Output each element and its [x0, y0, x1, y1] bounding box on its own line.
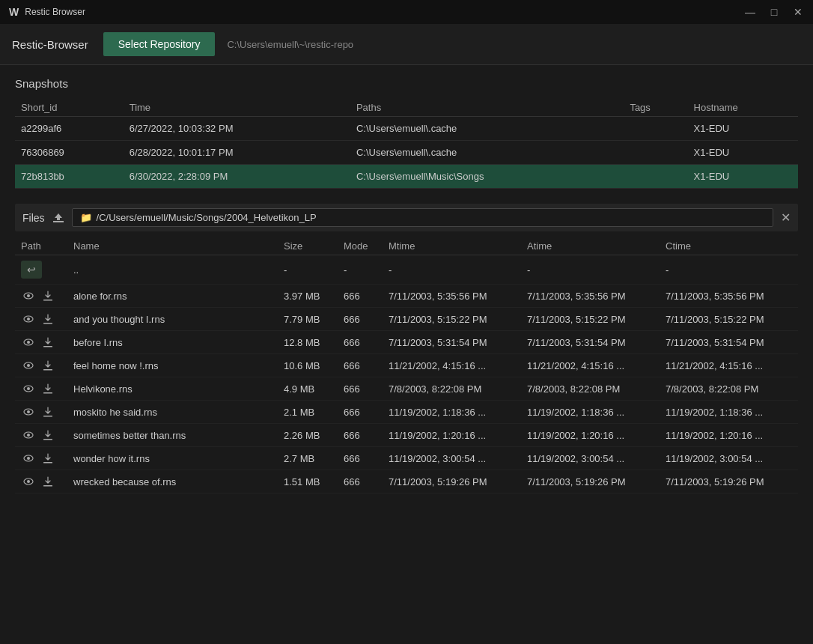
file-name: alone for.rns: [67, 285, 278, 308]
parent-dir-button[interactable]: ↩: [21, 261, 42, 279]
snapshot-hostname: X1-EDU: [688, 141, 798, 165]
file-mode: 666: [338, 331, 383, 354]
file-row[interactable]: before I.rns 12.8 MB 666 7/11/2003, 5:31…: [15, 331, 798, 354]
window-controls: — □ ✕: [744, 6, 804, 18]
preview-button[interactable]: [21, 452, 36, 464]
col-mode: Mode: [338, 237, 383, 255]
file-actions: [21, 429, 61, 441]
preview-button[interactable]: [21, 359, 36, 371]
close-button[interactable]: ✕: [792, 6, 804, 18]
file-ctime: 7/8/2003, 8:22:08 PM: [660, 377, 798, 401]
svg-point-26: [27, 480, 30, 483]
file-ctime: 7/11/2003, 5:19:26 PM: [660, 470, 798, 493]
window-title: Restic Browser: [25, 7, 744, 17]
files-close-button[interactable]: ✕: [781, 210, 791, 225]
file-size: 2.7 MB: [278, 447, 338, 470]
file-size: 4.9 MB: [278, 377, 338, 401]
col-short-id: Short_id: [15, 99, 124, 117]
col-atime: Atime: [521, 237, 660, 255]
file-mode: 666: [338, 308, 383, 331]
snapshot-short-id: 76306869: [15, 141, 124, 165]
file-row[interactable]: alone for.rns 3.97 MB 666 7/11/2003, 5:3…: [15, 285, 798, 308]
file-mode: 666: [338, 424, 383, 447]
file-name: wrecked because of.rns: [67, 470, 278, 493]
file-mtime: 11/19/2002, 3:00:54 ...: [383, 447, 521, 470]
parent-dir-atime: -: [521, 255, 660, 285]
col-time: Time: [124, 99, 350, 117]
svg-point-20: [27, 434, 30, 437]
file-ctime: 7/11/2003, 5:31:54 PM: [660, 331, 798, 354]
file-mtime: 7/11/2003, 5:35:56 PM: [383, 285, 521, 308]
file-actions: [21, 290, 61, 302]
preview-button[interactable]: [21, 336, 36, 348]
file-row[interactable]: moskito he said.rns 2.1 MB 666 11/19/200…: [15, 401, 798, 424]
snapshot-short-id: 72b813bb: [15, 165, 124, 189]
file-name: and you thought I.rns: [67, 308, 278, 331]
snapshot-row[interactable]: 72b813bb 6/30/2022, 2:28:09 PM C:\Users\…: [15, 165, 798, 189]
file-mtime: 11/19/2002, 1:20:16 ...: [383, 424, 521, 447]
snapshot-hostname: X1-EDU: [688, 165, 798, 189]
file-mtime: 7/11/2003, 5:19:26 PM: [383, 470, 521, 493]
files-path-bar: 📁 /C/Users/emuell/Music/Songs/2004_Helve…: [72, 208, 773, 227]
files-title: Files: [22, 212, 45, 224]
files-table: Path Name Size Mode Mtime Atime Ctime ↩: [15, 237, 798, 493]
snapshot-paths: C:\Users\emuell\.cache: [350, 117, 624, 141]
svg-rect-24: [43, 462, 52, 464]
parent-dir-row[interactable]: ↩ .. - - - - -: [15, 255, 798, 285]
file-name: wonder how it.rns: [67, 447, 278, 470]
preview-button[interactable]: [21, 429, 36, 441]
file-actions: [21, 476, 61, 487]
file-size: 10.6 MB: [278, 354, 338, 377]
snapshot-tags: [624, 141, 687, 165]
maximize-button[interactable]: □: [768, 6, 780, 18]
select-repository-button[interactable]: Select Repository: [103, 32, 216, 56]
download-button[interactable]: [40, 336, 55, 348]
file-mode: 666: [338, 377, 383, 401]
snapshot-row[interactable]: a2299af6 6/27/2022, 10:03:32 PM C:\Users…: [15, 117, 798, 141]
preview-button[interactable]: [21, 476, 36, 487]
file-size: 2.26 MB: [278, 424, 338, 447]
preview-button[interactable]: [21, 383, 36, 395]
main-content: Snapshots Short_id Time Paths Tags Hostn…: [0, 65, 813, 644]
download-button[interactable]: [40, 383, 55, 395]
file-mtime: 7/11/2003, 5:15:22 PM: [383, 308, 521, 331]
download-button[interactable]: [40, 452, 55, 464]
svg-rect-0: [53, 221, 64, 222]
file-mode: 666: [338, 285, 383, 308]
svg-point-11: [27, 364, 30, 367]
file-row[interactable]: wrecked because of.rns 1.51 MB 666 7/11/…: [15, 470, 798, 493]
file-row[interactable]: and you thought I.rns 7.79 MB 666 7/11/2…: [15, 308, 798, 331]
col-mtime: Mtime: [383, 237, 521, 255]
files-section: Files 📁 /C/Users/emuell/Music/Songs/2004…: [15, 204, 798, 493]
download-button[interactable]: [40, 406, 55, 418]
file-name: before I.rns: [67, 331, 278, 354]
file-row[interactable]: sometimes better than.rns 2.26 MB 666 11…: [15, 424, 798, 447]
file-ctime: 7/11/2003, 5:15:22 PM: [660, 308, 798, 331]
preview-button[interactable]: [21, 290, 36, 302]
preview-button[interactable]: [21, 313, 36, 325]
file-atime: 7/11/2003, 5:31:54 PM: [521, 331, 660, 354]
files-up-button[interactable]: [52, 212, 64, 224]
minimize-button[interactable]: —: [744, 6, 756, 18]
snapshots-table: Short_id Time Paths Tags Hostname a2299a…: [15, 99, 798, 189]
file-row[interactable]: feel home now !.rns 10.6 MB 666 11/21/20…: [15, 354, 798, 377]
snapshot-time: 6/28/2022, 10:01:17 PM: [124, 141, 350, 165]
file-row[interactable]: wonder how it.rns 2.7 MB 666 11/19/2002,…: [15, 447, 798, 470]
parent-dir-size: -: [278, 255, 338, 285]
file-row[interactable]: Helvikone.rns 4.9 MB 666 7/8/2003, 8:22:…: [15, 377, 798, 401]
download-button[interactable]: [40, 313, 55, 325]
download-button[interactable]: [40, 429, 55, 441]
download-button[interactable]: [40, 476, 55, 487]
file-mtime: 7/11/2003, 5:31:54 PM: [383, 331, 521, 354]
file-mtime: 7/8/2003, 8:22:08 PM: [383, 377, 521, 401]
preview-button[interactable]: [21, 406, 36, 418]
svg-rect-27: [43, 485, 52, 487]
svg-point-17: [27, 410, 30, 413]
download-button[interactable]: [40, 359, 55, 371]
parent-dir-name: ..: [67, 255, 278, 285]
file-ctime: 11/21/2002, 4:15:16 ...: [660, 354, 798, 377]
snapshot-row[interactable]: 76306869 6/28/2022, 10:01:17 PM C:\Users…: [15, 141, 798, 165]
col-tags: Tags: [624, 99, 687, 117]
download-button[interactable]: [40, 290, 55, 302]
svg-point-8: [27, 341, 30, 344]
